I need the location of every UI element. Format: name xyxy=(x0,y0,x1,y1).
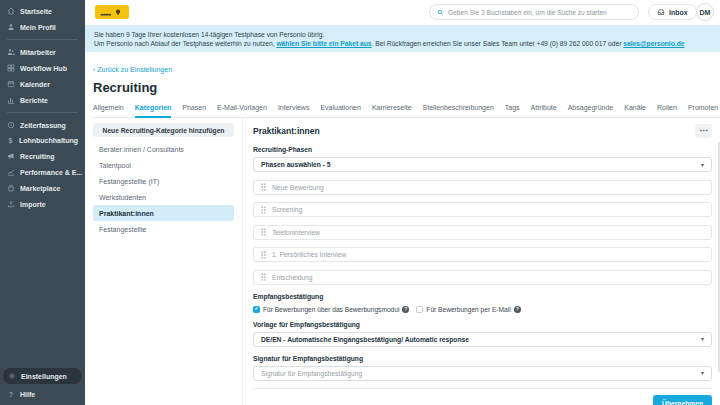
sidebar-item-zeiterfassung[interactable]: Zeiterfassung xyxy=(0,117,85,133)
drag-handle-icon[interactable] xyxy=(261,206,266,214)
trial-banner: Sie haben 9 Tage Ihrer kostenlosen 14-tä… xyxy=(85,25,720,52)
sidebar-item-berichte[interactable]: Berichte xyxy=(0,92,85,108)
category-item-festangestellte-it[interactable]: Festangestellte (IT) xyxy=(93,173,234,189)
drag-handle-icon[interactable] xyxy=(261,183,266,191)
sidebar-item-marketplace[interactable]: Marketplace xyxy=(0,180,85,196)
sidebar: Startseite Mein Profil Mitarbeiter Workf… xyxy=(0,0,85,405)
check-icon: ✓ xyxy=(254,306,259,312)
chart-icon xyxy=(7,96,15,104)
top-bar: Inbox DM xyxy=(85,0,720,25)
tab-stellenbeschreibungen[interactable]: Stellenbeschreibungen xyxy=(423,100,494,117)
tab-allgemein[interactable]: Allgemein xyxy=(93,100,124,117)
phase-item-screening[interactable]: Screening xyxy=(253,202,712,217)
inbox-button[interactable]: Inbox xyxy=(648,4,697,20)
apply-button[interactable]: Übernehmen xyxy=(653,395,712,405)
category-item-praktikantinnen[interactable]: Praktikant:innen xyxy=(93,205,234,221)
tab-kanaele[interactable]: Kanäle xyxy=(624,100,646,117)
phases-select[interactable]: Phasen auswählen - 5 ▾ xyxy=(253,157,712,172)
sidebar-item-label: Berichte xyxy=(20,97,48,104)
drag-handle-icon[interactable] xyxy=(261,273,266,281)
signature-select[interactable]: Signatur für Empfangsbestätigung ▾ xyxy=(253,366,712,381)
back-to-settings-link[interactable]: ‹ Zurück zu Einstellungen xyxy=(93,66,172,73)
avatar[interactable]: DM xyxy=(696,3,714,21)
confirmation-options: ✓ Für Bewerbungen über das Bewerbungsmod… xyxy=(253,306,712,313)
checkbox-per-email[interactable] xyxy=(416,306,423,313)
sidebar-item-hilfe[interactable]: ? Hilfe xyxy=(0,387,85,402)
phase-item-persoenliches-interview[interactable]: 1. Persönliches Interview xyxy=(253,247,712,262)
choose-package-link[interactable]: wählen Sie bitte ein Paket aus xyxy=(276,40,371,47)
tab-karriereseite[interactable]: Karriereseite xyxy=(372,100,412,117)
sidebar-divider xyxy=(7,112,78,113)
user-icon xyxy=(7,23,15,31)
clock-icon xyxy=(7,121,15,129)
tab-promoten[interactable]: Promoten xyxy=(688,100,718,117)
home-icon xyxy=(7,7,15,15)
sidebar-divider xyxy=(7,39,78,40)
confirmation-label: Empfangsbestätigung xyxy=(253,293,712,300)
category-item-talentpool[interactable]: Talentpool xyxy=(93,157,234,173)
personio-logo[interactable] xyxy=(95,5,129,19)
sidebar-item-mein-profil[interactable]: Mein Profil xyxy=(0,19,85,35)
info-icon[interactable]: ? xyxy=(514,306,521,313)
template-select[interactable]: DE/EN - Automatische Eingangsbestätigung… xyxy=(253,332,712,347)
add-category-button[interactable]: Neue Recruiting-Kategorie hinzufügen xyxy=(93,123,234,137)
banner-line-1: Sie haben 9 Tage Ihrer kostenlosen 14-tä… xyxy=(94,30,710,40)
sidebar-item-label: Mein Profil xyxy=(20,24,56,31)
sales-email-link[interactable]: sales@personio.de xyxy=(623,40,684,47)
megaphone-icon xyxy=(7,152,15,160)
tab-bar: Allgemein Kategorien Phasen E-Mail-Vorla… xyxy=(93,100,720,118)
tab-attribute[interactable]: Attribute xyxy=(531,100,557,117)
sidebar-item-label: Workflow Hub xyxy=(20,65,67,72)
chevron-down-icon: ▾ xyxy=(701,336,704,342)
phase-item-telefoninterview[interactable]: Telefoninterview xyxy=(253,225,712,240)
sidebar-item-recruiting[interactable]: Recruiting xyxy=(0,148,85,164)
sidebar-item-label: Marketplace xyxy=(20,185,60,192)
more-options-button[interactable]: ⋯ xyxy=(695,124,712,138)
drag-handle-icon[interactable] xyxy=(261,228,266,236)
tab-rollen[interactable]: Rollen xyxy=(657,100,677,117)
category-panel: Neue Recruiting-Kategorie hinzufügen Ber… xyxy=(93,118,243,405)
search-input[interactable] xyxy=(448,9,631,16)
phases-label: Recruiting-Phasen xyxy=(253,146,712,153)
sidebar-item-label: Importe xyxy=(20,201,46,208)
dollar-icon: $ xyxy=(7,137,14,144)
tab-tags[interactable]: Tags xyxy=(505,100,520,117)
global-search xyxy=(429,4,639,20)
sidebar-item-label: Kalender xyxy=(20,81,50,88)
chevron-down-icon: ▾ xyxy=(701,162,704,168)
sidebar-item-mitarbeiter[interactable]: Mitarbeiter xyxy=(0,44,85,60)
sidebar-item-einstellungen[interactable]: Einstellungen xyxy=(3,368,82,384)
tab-absagegruende[interactable]: Absagegründe xyxy=(568,100,614,117)
checkbox-bewerbungsmodul[interactable]: ✓ xyxy=(253,306,260,313)
signature-label: Signatur für Empfangsbestätigung xyxy=(253,355,712,362)
sidebar-item-importe[interactable]: Importe xyxy=(0,196,85,212)
drag-handle-icon[interactable] xyxy=(261,251,266,259)
sidebar-item-lohnbuchhaltung[interactable]: $ Lohnbuchhaltung xyxy=(0,133,85,148)
category-detail-panel: Praktikant:innen ⋯ Recruiting-Phasen Pha… xyxy=(243,118,720,405)
sidebar-item-label: Recruiting xyxy=(20,153,55,160)
search-icon xyxy=(437,9,444,16)
category-item-berater[interactable]: Berater:innen / Consultants xyxy=(93,141,234,157)
phase-item-entscheidung[interactable]: Entscheidung xyxy=(253,270,712,285)
tab-interviews[interactable]: Interviews xyxy=(278,100,310,117)
help-icon: ? xyxy=(7,391,15,398)
banner-line-2: Um Personio nach Ablauf der Testphase we… xyxy=(94,39,710,49)
sidebar-item-label: Einstellungen xyxy=(21,373,67,380)
sidebar-item-kalender[interactable]: Kalender xyxy=(0,76,85,92)
sidebar-item-performance[interactable]: Performance & E... xyxy=(0,164,85,180)
category-item-festangestellte[interactable]: Festangestellte xyxy=(93,221,234,237)
phase-item-neue-bewerbung[interactable]: Neue Bewerbung xyxy=(253,180,712,195)
sidebar-item-workflow-hub[interactable]: Workflow Hub xyxy=(0,60,85,76)
detail-title: Praktikant:innen xyxy=(253,126,320,136)
sidebar-item-label: Performance & E... xyxy=(20,169,82,176)
upload-icon xyxy=(7,200,15,208)
tab-evaluationen[interactable]: Evaluationen xyxy=(320,100,360,117)
inbox-icon xyxy=(657,8,665,16)
sidebar-item-startseite[interactable]: Startseite xyxy=(0,3,85,19)
info-icon[interactable]: ? xyxy=(402,306,409,313)
category-item-werkstudenten[interactable]: Werkstudenten xyxy=(93,189,234,205)
tab-kategorien[interactable]: Kategorien xyxy=(135,100,172,118)
sidebar-item-label: Lohnbuchhaltung xyxy=(19,137,78,144)
tab-phasen[interactable]: Phasen xyxy=(182,100,206,117)
tab-email-vorlagen[interactable]: E-Mail-Vorlagen xyxy=(217,100,267,117)
